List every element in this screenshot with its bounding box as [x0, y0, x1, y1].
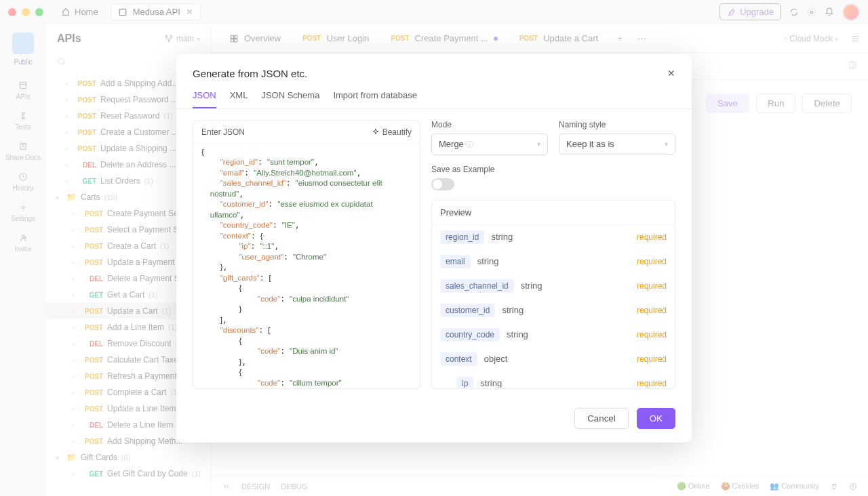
preview-header: Preview: [432, 201, 675, 225]
field-required: required: [637, 257, 667, 266]
save-example-label: Save as Example: [431, 165, 675, 174]
modal-overlay: Generate from JSON etc. ✕ JSONXMLJSON Sc…: [0, 0, 868, 496]
field-name-badge: email: [440, 255, 471, 268]
field-required: required: [637, 281, 667, 291]
preview-panel: Preview region_idstringrequiredemailstri…: [431, 200, 675, 389]
field-required: required: [637, 306, 667, 315]
field-name-badge: sales_channel_id: [440, 279, 514, 293]
field-type: object: [484, 354, 508, 364]
preview-field: country_codestringrequired: [432, 323, 675, 347]
field-name-badge: ip: [456, 377, 473, 388]
generate-json-modal: Generate from JSON etc. ✕ JSONXMLJSON Sc…: [176, 54, 692, 442]
mode-select[interactable]: Merge ⓘ ▾: [431, 133, 548, 155]
mode-label: Mode: [431, 120, 548, 129]
preview-field: customer_idstringrequired: [432, 298, 675, 323]
modal-close-button[interactable]: ✕: [667, 68, 675, 79]
field-name-badge: context: [440, 352, 477, 366]
preview-list: region_idstringrequiredemailstringrequir…: [432, 225, 675, 388]
field-type: string: [507, 329, 528, 339]
preview-field: contextobjectrequired: [432, 347, 675, 371]
sparkle-icon: [372, 128, 380, 136]
cancel-button[interactable]: Cancel: [574, 408, 629, 429]
save-example-toggle[interactable]: [431, 178, 454, 190]
modal-tab-xml[interactable]: XML: [230, 90, 248, 108]
field-name-badge: region_id: [440, 230, 484, 244]
modal-title: Generate from JSON etc.: [193, 68, 307, 79]
naming-select[interactable]: Keep it as is ▾: [559, 133, 675, 154]
field-type: string: [491, 232, 513, 242]
field-name-badge: customer_id: [440, 304, 495, 317]
field-required: required: [637, 354, 667, 364]
modal-tab-json-schema[interactable]: JSON Schema: [261, 90, 319, 108]
preview-field: emailstringrequired: [432, 249, 675, 274]
field-type: string: [477, 256, 499, 266]
field-required: required: [637, 379, 667, 388]
field-type: string: [480, 378, 502, 388]
modal-right-panel: Mode Merge ⓘ ▾ Naming style Keep it as i…: [431, 120, 675, 389]
preview-field: ipstringrequired: [432, 371, 675, 388]
beautify-button[interactable]: Beautify: [372, 127, 412, 137]
field-name-badge: country_code: [440, 328, 500, 342]
field-type: string: [521, 281, 542, 291]
modal-tab-import-from-database[interactable]: Import from database: [333, 90, 417, 108]
modal-tabs: JSONXMLJSON SchemaImport from database: [176, 79, 692, 109]
naming-label: Naming style: [559, 120, 675, 129]
modal-tab-json[interactable]: JSON: [193, 90, 216, 108]
json-label: Enter JSON: [201, 127, 245, 137]
field-type: string: [502, 305, 524, 315]
preview-field: sales_channel_idstringrequired: [432, 274, 675, 298]
json-content[interactable]: { "region_id": "sunt tempor", "email": "…: [193, 144, 420, 388]
field-required: required: [637, 330, 667, 339]
field-required: required: [637, 232, 667, 242]
ok-button[interactable]: OK: [637, 408, 675, 429]
preview-field: region_idstringrequired: [432, 225, 675, 249]
json-editor-panel: Enter JSON Beautify { "region_id": "sunt…: [193, 120, 420, 389]
